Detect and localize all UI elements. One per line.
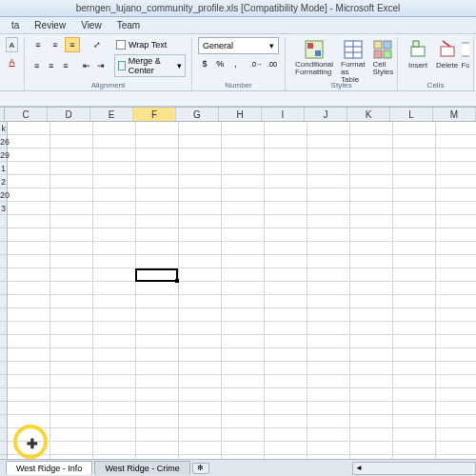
increase-decimal-icon[interactable]: .0→ <box>249 56 264 71</box>
column-header-c[interactable]: C <box>5 108 48 121</box>
dropdown-icon: ▾ <box>269 41 274 50</box>
svg-rect-2 <box>315 50 321 56</box>
align-left-icon[interactable]: ≡ <box>30 58 43 73</box>
row-header[interactable] <box>0 255 8 268</box>
decrease-decimal-icon[interactable]: .00 <box>266 56 279 71</box>
row-header[interactable] <box>0 335 8 348</box>
selected-cell[interactable] <box>135 268 178 282</box>
increase-indent-icon[interactable]: ⇥ <box>94 58 107 73</box>
column-header-g[interactable]: G <box>176 108 219 121</box>
column-header-j[interactable]: J <box>305 108 347 121</box>
wrap-text-icon <box>116 40 126 50</box>
format-as-table-button[interactable]: Format as Table <box>337 37 368 86</box>
row-header[interactable]: 1 <box>0 162 8 175</box>
row-header[interactable] <box>0 282 8 295</box>
column-header-k[interactable]: K <box>347 108 390 121</box>
row-header[interactable] <box>0 428 8 442</box>
merge-center-button[interactable]: Merge & Center ▾ <box>114 54 186 77</box>
svg-rect-11 <box>411 47 425 56</box>
conditional-formatting-button[interactable]: Conditional Formatting <box>291 37 337 78</box>
sheet-tab-active[interactable]: West Ridge - Info <box>6 461 92 475</box>
align-bottom-icon[interactable]: ≡ <box>65 37 80 52</box>
row-headers: k262912203 <box>0 122 8 474</box>
window-title: berngen_lujano_community_profile.xls [Co… <box>76 3 401 13</box>
row-header[interactable]: 3 <box>0 202 8 215</box>
align-middle-icon[interactable]: ≡ <box>48 37 63 52</box>
sheet-tab-inactive[interactable]: West Ridge - Crime <box>94 461 189 475</box>
row-header[interactable]: 26 <box>0 135 8 149</box>
row-header[interactable] <box>0 268 8 282</box>
insert-icon <box>407 39 428 60</box>
tab-data-partial[interactable]: ta <box>4 18 27 32</box>
tab-view[interactable]: View <box>73 18 109 32</box>
align-top-icon[interactable]: ≡ <box>30 37 46 52</box>
align-center-icon[interactable]: ≡ <box>45 58 57 73</box>
decrease-indent-icon[interactable]: ⇤ <box>80 58 92 73</box>
font-color-button[interactable]: A <box>6 54 18 69</box>
currency-icon[interactable]: $ <box>198 56 211 71</box>
scroll-left-icon[interactable]: ◄ <box>353 464 365 472</box>
row-header[interactable] <box>0 362 8 375</box>
orientation-icon[interactable]: ⤢ <box>89 37 105 52</box>
percent-icon[interactable]: % <box>213 56 227 71</box>
align-right-icon[interactable]: ≡ <box>59 58 71 73</box>
cell-styles-icon <box>372 39 393 60</box>
row-header[interactable]: k <box>0 122 8 135</box>
format-icon <box>462 39 469 60</box>
tab-review[interactable]: Review <box>27 18 73 32</box>
ribbon-tabs: ta Review View Team <box>0 17 476 34</box>
column-header-e[interactable]: E <box>90 108 133 121</box>
row-header[interactable] <box>0 228 8 242</box>
row-header[interactable] <box>0 442 8 455</box>
format-table-icon <box>343 39 364 60</box>
row-header[interactable] <box>0 388 8 402</box>
cells-group: Insert Delete Fo Cells <box>398 37 474 90</box>
font-group-partial: A A <box>0 37 25 90</box>
column-header-d[interactable]: D <box>48 108 90 121</box>
number-format-select[interactable]: General ▾ <box>198 37 279 54</box>
row-header[interactable] <box>0 415 8 428</box>
row-header[interactable]: 2 <box>0 175 8 188</box>
svg-rect-9 <box>374 50 382 58</box>
delete-icon <box>437 39 458 60</box>
delete-button[interactable]: Delete <box>432 37 462 71</box>
horizontal-scrollbar[interactable]: ◄ <box>352 462 476 475</box>
row-header[interactable] <box>0 402 8 415</box>
column-header-f[interactable]: F <box>133 108 176 121</box>
svg-rect-7 <box>374 41 382 49</box>
svg-rect-15 <box>462 43 469 56</box>
column-header-i[interactable]: I <box>262 108 305 121</box>
row-header[interactable] <box>0 215 8 228</box>
row-header[interactable] <box>0 308 8 322</box>
column-headers: CDEFGHIJKLM <box>0 107 476 122</box>
row-header[interactable] <box>0 348 8 362</box>
ribbon: A A ≡ ≡ ≡ ⤢ Wrap Text ≡ ≡ ≡ ⇤ ⇥ <box>0 34 476 91</box>
styles-label: Styles <box>286 81 397 89</box>
spreadsheet-grid[interactable]: k262912203 ✚ <box>0 122 476 474</box>
format-button[interactable]: Fo <box>462 37 469 71</box>
column-header-l[interactable]: L <box>390 108 433 121</box>
comma-icon[interactable]: , <box>228 56 242 71</box>
dropdown-icon: ▾ <box>177 61 182 70</box>
row-header[interactable] <box>0 242 8 255</box>
cell-styles-button[interactable]: Cell Styles <box>368 37 397 78</box>
row-header[interactable] <box>0 322 8 335</box>
row-header[interactable]: 20 <box>0 188 8 202</box>
title-bar: berngen_lujano_community_profile.xls [Co… <box>0 0 476 17</box>
new-sheet-button[interactable]: ✻ <box>192 463 209 474</box>
tab-team[interactable]: Team <box>109 18 148 32</box>
insert-button[interactable]: Insert <box>404 37 432 71</box>
column-header-h[interactable]: H <box>219 108 262 121</box>
svg-rect-10 <box>384 50 391 58</box>
font-size-button[interactable]: A <box>6 37 18 52</box>
wrap-text-button[interactable]: Wrap Text <box>116 40 167 50</box>
number-label: Number <box>192 81 285 89</box>
row-header[interactable] <box>0 375 8 388</box>
svg-rect-8 <box>384 41 391 49</box>
conditional-formatting-icon <box>304 39 325 60</box>
column-header-m[interactable]: M <box>433 108 476 121</box>
svg-rect-12 <box>413 41 419 47</box>
row-header[interactable]: 29 <box>0 149 8 162</box>
row-header[interactable] <box>0 295 8 308</box>
cells-area[interactable] <box>8 122 476 474</box>
